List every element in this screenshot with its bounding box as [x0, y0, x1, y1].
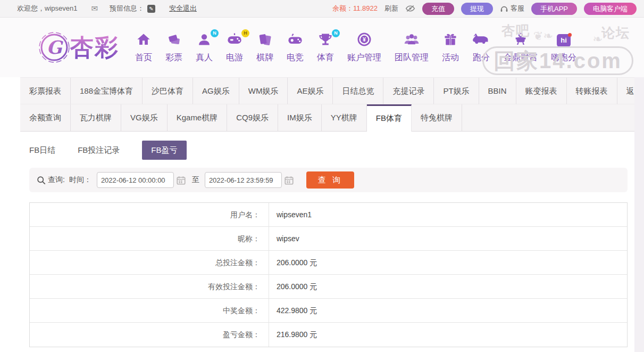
- date-to-input[interactable]: [205, 172, 282, 188]
- search-icon: [37, 176, 46, 185]
- svg-text:¥: ¥: [363, 36, 366, 43]
- tab-cq9-yule[interactable]: CQ9娱乐: [227, 104, 278, 131]
- tab-wali-qipai[interactable]: 瓦力棋牌: [71, 104, 121, 131]
- message-envelope-icon[interactable]: ✉: [91, 4, 98, 13]
- new-badge: N: [332, 29, 340, 37]
- tab-ae-yule[interactable]: AE娱乐: [288, 78, 333, 104]
- site-header: G 杏彩 首页 彩票 N 真人: [0, 18, 644, 77]
- tab-fb-tiyu[interactable]: FB体育: [367, 104, 412, 132]
- tab-chongti-jilu[interactable]: 充提记录: [383, 78, 434, 104]
- new-badge: N: [211, 29, 219, 37]
- table-row: 有效投注金额： 206.0000 元: [30, 275, 627, 299]
- tab-ag-yule[interactable]: AG娱乐: [193, 78, 239, 104]
- tab-rijie-zonglan[interactable]: 日结总览: [333, 78, 383, 104]
- row-value: 216.9800 元: [269, 323, 317, 347]
- table-row: 总投注金额： 206.0000 元: [30, 251, 627, 275]
- nav-paofen[interactable]: 跑分: [472, 32, 490, 63]
- svg-text:G: G: [46, 37, 63, 58]
- withdraw-button[interactable]: 提现: [461, 3, 493, 15]
- date-from-input[interactable]: [97, 172, 174, 188]
- nav-label: 首页: [135, 53, 152, 62]
- treasure-icon: [513, 32, 528, 49]
- row-label: 中奖金额：: [30, 299, 269, 322]
- time-label: 时间：: [69, 175, 91, 185]
- tab-tetu-qipai[interactable]: 特兔棋牌: [412, 104, 462, 131]
- query-button[interactable]: 查 询: [306, 171, 354, 189]
- nav-jinding[interactable]: 金鼎财富: [504, 32, 538, 63]
- rhino-icon: [472, 32, 490, 49]
- hi-icon: hi: [557, 34, 571, 51]
- nav-team[interactable]: 团队管理: [395, 32, 429, 63]
- nav-egames[interactable]: H 电游: [226, 32, 243, 63]
- customer-service[interactable]: 客服: [500, 4, 524, 13]
- nav-label: 棋牌: [256, 53, 273, 62]
- edit-icon[interactable]: ✎: [147, 5, 155, 13]
- pc-client-button[interactable]: 电脑客户端: [584, 3, 637, 15]
- watermark-topright: 论坛: [601, 24, 630, 42]
- query-label: 查询:: [48, 175, 65, 185]
- hot-badge: H: [241, 29, 249, 37]
- nav-account[interactable]: ¥ 账户管理: [347, 32, 381, 63]
- nav-home[interactable]: 首页: [135, 32, 152, 63]
- nav-cards[interactable]: 棋牌: [256, 32, 273, 63]
- tab-shaba-tiyu[interactable]: 沙巴体育: [143, 78, 193, 104]
- refresh-link[interactable]: 刷新: [384, 4, 398, 13]
- person-icon: N: [197, 32, 212, 49]
- tab-caipiao-baobiao[interactable]: 彩票报表: [20, 78, 71, 104]
- row-value: wipsev: [269, 227, 299, 250]
- eye-slash-icon[interactable]: [405, 5, 415, 12]
- nav-label: 彩票: [165, 53, 182, 62]
- tab-wm-yule[interactable]: WM娱乐: [239, 78, 288, 104]
- site-logo[interactable]: G 杏彩: [38, 31, 119, 63]
- result-table: 用户名： wipseven1 昵称： wipsev 总投注金额： 206.000…: [29, 202, 628, 347]
- nav-label: 体育: [317, 53, 334, 62]
- team-icon: [404, 32, 420, 49]
- nav-promotions[interactable]: 活动: [442, 32, 459, 63]
- subtab-fb-rijie[interactable]: FB日结: [29, 141, 55, 160]
- mobile-app-button[interactable]: 手机APP: [531, 3, 577, 15]
- report-tabs-row2: 余额查询 瓦力棋牌 VG娱乐 Kgame棋牌 CQ9娱乐 IM娱乐 YY棋牌 F…: [20, 104, 634, 131]
- tab-yue-chaxun[interactable]: 余额查询: [20, 104, 71, 131]
- between-label: 至: [192, 175, 199, 185]
- recharge-button[interactable]: 充值: [422, 3, 454, 15]
- table-row: 盈亏金额： 216.9800 元: [30, 323, 627, 347]
- tab-yy-qipai[interactable]: YY棋牌: [322, 104, 367, 131]
- tab-zhangbian-baobiao[interactable]: 账变报表: [516, 78, 567, 104]
- nav-label: 账户管理: [347, 53, 381, 62]
- tab-kgame-qipai[interactable]: Kgame棋牌: [168, 104, 228, 131]
- tab-zhuanzhang-baobiao[interactable]: 转账报表: [567, 78, 617, 104]
- tab-bbin[interactable]: BBIN: [479, 78, 516, 104]
- gift-icon: [443, 32, 458, 49]
- row-label: 总投注金额：: [30, 251, 269, 274]
- nav-hipaofen[interactable]: hi 嗨跑分: [551, 34, 576, 63]
- nav-sports[interactable]: N 体育: [317, 32, 334, 63]
- nav-label: 真人: [196, 53, 213, 62]
- calendar-icon[interactable]: [177, 176, 186, 185]
- report-tabs: 彩票报表 188金宝博体育 沙巴体育 AG娱乐 WM娱乐 AE娱乐 日结总览 充…: [20, 77, 634, 132]
- home-icon: [136, 32, 151, 49]
- tab-188jinbaobo-tiyu[interactable]: 188金宝博体育: [71, 78, 143, 104]
- subtab-fb-yingkui[interactable]: FB盈亏: [142, 141, 186, 160]
- topbar: 欢迎您，wipseven1 ✉ 预留信息： ✎ 安全退出 余额：11.8922 …: [0, 0, 644, 18]
- row-label: 盈亏金额：: [30, 323, 269, 347]
- nav-lottery[interactable]: 彩票: [165, 32, 182, 63]
- tab-pt-yule[interactable]: PT娱乐: [434, 78, 479, 104]
- calendar-icon[interactable]: [285, 176, 294, 185]
- ticket-icon: [166, 32, 181, 49]
- balance-text: 余额：11.8922: [332, 4, 378, 13]
- service-label: 客服: [511, 4, 524, 13]
- row-label: 有效投注金额：: [30, 275, 269, 298]
- watermark-flourish: ❧: [593, 32, 603, 46]
- table-row: 用户名： wipseven1: [30, 203, 627, 227]
- tab-vg-yule[interactable]: VG娱乐: [121, 104, 168, 131]
- fb-subtabs: FB日结 FB投注记录 FB盈亏: [29, 141, 644, 160]
- scrollbar[interactable]: [634, 77, 644, 352]
- logout-link[interactable]: 安全退出: [169, 4, 197, 13]
- subtab-fb-touzhu-jilu[interactable]: FB投注记录: [78, 141, 120, 160]
- welcome-text: 欢迎您，wipseven1: [17, 4, 77, 13]
- notification-dot: [568, 33, 572, 37]
- nav-esports[interactable]: 电竞: [287, 32, 304, 63]
- tab-im-yule[interactable]: IM娱乐: [278, 104, 322, 131]
- reserved-info-label: 预留信息：: [110, 4, 144, 13]
- nav-live[interactable]: N 真人: [196, 32, 213, 63]
